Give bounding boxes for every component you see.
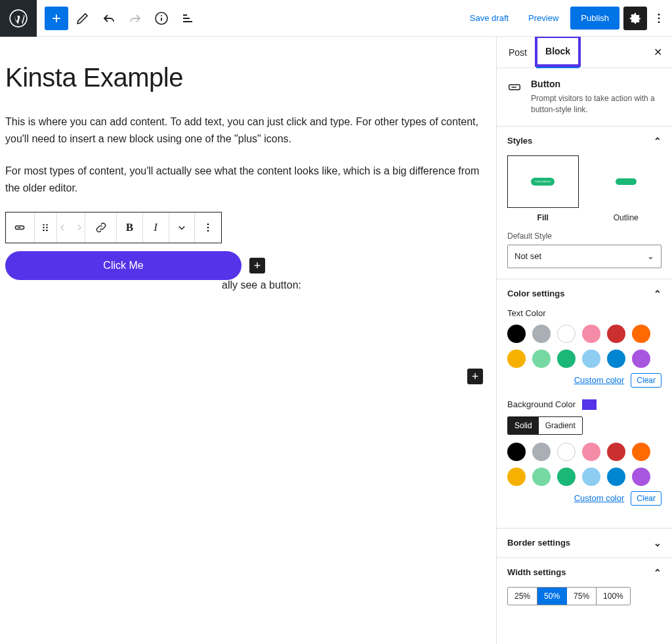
- link-button[interactable]: [85, 212, 117, 243]
- tab-block[interactable]: Block: [536, 37, 579, 68]
- add-block-inline-button[interactable]: +: [249, 258, 265, 273]
- panel-color-header[interactable]: Color settings ⌃: [497, 279, 672, 308]
- block-options-button[interactable]: [195, 212, 221, 243]
- swatch-purple[interactable]: [632, 350, 650, 368]
- swatch-blue[interactable]: [607, 350, 625, 368]
- panel-color-settings: Color settings ⌃ Text Color: [497, 279, 672, 529]
- preview-link[interactable]: Preview: [520, 13, 566, 23]
- swatch-white[interactable]: [557, 443, 576, 461]
- wordpress-icon: [9, 9, 28, 28]
- swatch-lightgreen[interactable]: [532, 468, 551, 486]
- info-icon: [154, 10, 169, 26]
- panel-width-settings: Width settings ⌃ 25% 50% 75% 100%: [497, 558, 672, 616]
- block-summary: Button Prompt visitors to take action wi…: [497, 68, 672, 127]
- width-50-button[interactable]: 50%: [537, 588, 567, 605]
- post-title[interactable]: Kinsta Example: [5, 63, 491, 92]
- panel-border-header[interactable]: Border settings ⌄: [497, 529, 672, 557]
- close-sidebar-button[interactable]: ✕: [646, 37, 669, 68]
- panel-styles-title: Styles: [507, 136, 532, 146]
- panel-styles-header[interactable]: Styles ⌃: [497, 127, 672, 155]
- block-summary-desc: Prompt visitors to take action with a bu…: [531, 93, 662, 115]
- button-block-icon: [507, 80, 522, 94]
- add-block-floating-button[interactable]: +: [467, 369, 483, 384]
- swatch-green[interactable]: [557, 350, 576, 368]
- bg-color-clear-button[interactable]: Clear: [631, 491, 662, 506]
- swatch-white[interactable]: [557, 325, 576, 343]
- chevron-down-icon: ⌄: [654, 538, 662, 548]
- width-100-button[interactable]: 100%: [597, 588, 630, 605]
- swatch-yellow[interactable]: [507, 350, 526, 368]
- paragraph-block-partial: ally see a button:: [222, 279, 301, 291]
- button-block-icon: [13, 221, 26, 234]
- swatch-red[interactable]: [607, 325, 625, 343]
- move-buttons: [57, 212, 86, 243]
- svg-point-15: [207, 224, 209, 226]
- panel-width-header[interactable]: Width settings ⌃: [497, 558, 672, 587]
- settings-sidebar: Post Block ✕ Button Prompt visitors to t…: [496, 37, 672, 644]
- bg-custom-color-link[interactable]: Custom color: [574, 493, 625, 503]
- swatch-blue[interactable]: [607, 468, 625, 486]
- editor-area[interactable]: Kinsta Example This is where you can add…: [0, 37, 496, 644]
- swatch-purple[interactable]: [632, 468, 650, 486]
- swatch-black[interactable]: [507, 325, 526, 343]
- swatch-green[interactable]: [557, 468, 576, 486]
- drag-icon: [39, 221, 52, 234]
- swatch-yellow[interactable]: [507, 468, 526, 486]
- svg-point-4: [658, 13, 660, 15]
- undo-button[interactable]: [97, 7, 121, 30]
- wordpress-logo[interactable]: [0, 0, 37, 37]
- background-color-label: Background Color: [507, 399, 576, 409]
- edit-tool-button[interactable]: [71, 7, 94, 30]
- bg-gradient-button[interactable]: Gradient: [539, 417, 582, 434]
- svg-point-10: [46, 224, 47, 226]
- width-75-button[interactable]: 75%: [567, 588, 597, 605]
- dots-vertical-icon: [201, 221, 215, 234]
- publish-button[interactable]: Publish: [570, 7, 620, 30]
- dots-vertical-icon: [652, 12, 665, 25]
- text-color-clear-button[interactable]: Clear: [631, 373, 662, 388]
- swatch-pink[interactable]: [582, 443, 600, 461]
- swatch-lightblue[interactable]: [582, 350, 600, 368]
- width-25-button[interactable]: 25%: [508, 588, 537, 605]
- svg-point-13: [43, 230, 44, 231]
- swatch-black[interactable]: [507, 443, 526, 461]
- style-fill-option[interactable]: Call to Action Fill: [507, 155, 579, 222]
- more-options-button[interactable]: [651, 12, 667, 25]
- settings-toggle-button[interactable]: [623, 7, 647, 30]
- bg-type-toggle: Solid Gradient: [507, 416, 583, 435]
- swatch-gray[interactable]: [532, 443, 551, 461]
- redo-icon: [127, 10, 143, 26]
- default-style-select[interactable]: Not set ⌄: [507, 245, 662, 268]
- panel-border-title: Border settings: [507, 538, 570, 548]
- chevron-up-icon: ⌃: [654, 289, 662, 299]
- italic-button[interactable]: I: [143, 212, 169, 243]
- swatch-lightblue[interactable]: [582, 468, 600, 486]
- bold-button[interactable]: B: [117, 212, 143, 243]
- text-custom-color-link[interactable]: Custom color: [574, 375, 625, 385]
- swatch-gray[interactable]: [532, 325, 551, 343]
- swatch-pink[interactable]: [582, 325, 600, 343]
- pencil-icon: [75, 10, 91, 26]
- button-block-preview[interactable]: Click Me: [5, 251, 242, 280]
- style-outline-label: Outline: [591, 213, 662, 222]
- swatch-red[interactable]: [607, 443, 625, 461]
- style-outline-option[interactable]: Outline: [591, 155, 662, 222]
- outline-button[interactable]: [176, 7, 200, 30]
- text-color-label: Text Color: [507, 308, 662, 318]
- swatch-lightgreen[interactable]: [532, 350, 551, 368]
- swatch-orange[interactable]: [632, 325, 650, 343]
- paragraph-block[interactable]: This is where you can add content. To ad…: [5, 113, 491, 147]
- chevron-down-icon: ⌄: [647, 251, 654, 261]
- tab-post[interactable]: Post: [499, 37, 536, 68]
- swatch-orange[interactable]: [632, 443, 650, 461]
- save-draft-link[interactable]: Save draft: [462, 13, 516, 23]
- bg-solid-button[interactable]: Solid: [508, 417, 539, 434]
- drag-handle-button[interactable]: [35, 212, 57, 243]
- add-block-button[interactable]: +: [45, 7, 68, 30]
- block-type-button[interactable]: [6, 212, 35, 243]
- more-formatting-button[interactable]: [169, 212, 196, 243]
- text-color-swatches: [507, 325, 662, 368]
- info-button[interactable]: [150, 7, 173, 30]
- paragraph-block[interactable]: For most types of content, you'll actual…: [5, 163, 491, 196]
- svg-point-6: [658, 21, 660, 23]
